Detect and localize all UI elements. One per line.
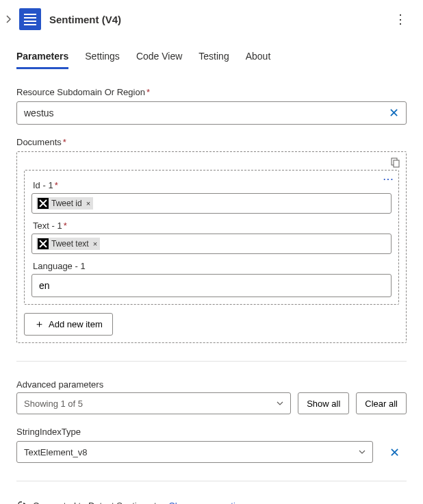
advanced-label: Advanced parameters bbox=[16, 379, 291, 390]
region-label: Resource Subdomain Or Region* bbox=[16, 87, 407, 97]
divider bbox=[16, 361, 407, 362]
link-icon bbox=[16, 499, 27, 504]
item-actions: ··· bbox=[383, 175, 394, 184]
tab-bar: Parameters Settings Code View Testing Ab… bbox=[16, 51, 407, 69]
clear-region-icon[interactable]: ✕ bbox=[382, 105, 406, 121]
required-asterisk: * bbox=[63, 137, 66, 147]
text-label: Text - 1* bbox=[31, 218, 392, 234]
required-asterisk: * bbox=[55, 180, 58, 190]
documents-box: ··· Id - 1* Tweet id × bbox=[16, 151, 407, 343]
divider bbox=[16, 481, 407, 481]
connector-icon bbox=[19, 8, 41, 30]
stringindextype-select[interactable]: TextElement_v8 bbox=[16, 441, 373, 463]
language-label-text: Language - 1 bbox=[33, 261, 86, 271]
remove-id-token-icon[interactable]: × bbox=[86, 199, 90, 207]
documents-label-text: Documents bbox=[16, 137, 62, 147]
connection-status: Connected to Detect Sentiment. bbox=[33, 501, 159, 504]
change-connection-link[interactable]: Change connection bbox=[168, 501, 245, 504]
switch-mode-icon[interactable] bbox=[390, 157, 401, 170]
id-token: Tweet id × bbox=[36, 197, 93, 210]
collapse-chevron-icon[interactable] bbox=[3, 14, 14, 25]
region-input[interactable] bbox=[17, 108, 382, 118]
twitter-icon bbox=[38, 198, 49, 209]
documents-wrap: ··· Id - 1* Tweet id × bbox=[16, 151, 407, 343]
panel: Sentiment (V4) ⋮ Parameters Settings Cod… bbox=[0, 0, 423, 504]
id-field[interactable]: Tweet id × bbox=[31, 193, 392, 214]
id-label-text: Id - 1 bbox=[33, 180, 53, 190]
text-field[interactable]: Tweet text × bbox=[31, 234, 392, 254]
tab-code-view[interactable]: Code View bbox=[136, 51, 182, 69]
region-input-wrap: ✕ bbox=[16, 101, 407, 125]
stringindextype-value: TextElement_v8 bbox=[24, 447, 88, 457]
panel-title: Sentiment (V4) bbox=[49, 14, 383, 25]
language-input[interactable] bbox=[31, 274, 392, 297]
tab-about[interactable]: About bbox=[246, 51, 271, 69]
svg-rect-1 bbox=[394, 160, 399, 167]
required-asterisk: * bbox=[64, 220, 67, 231]
twitter-icon bbox=[38, 238, 49, 249]
add-item-label: Add new item bbox=[49, 319, 103, 329]
region-label-text: Resource Subdomain Or Region bbox=[16, 87, 145, 97]
documents-label: Documents* bbox=[16, 137, 407, 147]
tab-settings[interactable]: Settings bbox=[85, 51, 120, 69]
chevron-down-icon bbox=[277, 399, 283, 409]
more-vertical-icon[interactable]: ⋮ bbox=[389, 9, 412, 29]
panel-content: Parameters Settings Code View Testing Ab… bbox=[0, 51, 423, 504]
advanced-selected-text: Showing 1 of 5 bbox=[24, 399, 83, 409]
stringindextype-label: StringIndexType bbox=[16, 427, 407, 437]
add-item-button[interactable]: ＋ Add new item bbox=[24, 313, 113, 336]
show-all-button[interactable]: Show all bbox=[298, 392, 349, 414]
clear-all-button[interactable]: Clear all bbox=[356, 392, 407, 414]
tab-parameters[interactable]: Parameters bbox=[16, 51, 68, 69]
text-token: Tweet text × bbox=[36, 238, 100, 250]
document-item: ··· Id - 1* Tweet id × bbox=[24, 170, 399, 305]
id-token-text: Tweet id bbox=[51, 199, 82, 208]
advanced-row: Advanced parameters Showing 1 of 5 Show … bbox=[16, 379, 407, 414]
advanced-select-wrap: Advanced parameters Showing 1 of 5 bbox=[16, 379, 291, 414]
clear-stringindextype-icon[interactable]: ✕ bbox=[383, 441, 407, 460]
text-label-text: Text - 1 bbox=[33, 220, 62, 231]
tab-testing[interactable]: Testing bbox=[198, 51, 229, 69]
id-label: Id - 1* bbox=[31, 177, 392, 193]
text-token-text: Tweet text bbox=[51, 239, 89, 249]
advanced-select[interactable]: Showing 1 of 5 bbox=[16, 392, 291, 414]
chevron-down-icon bbox=[359, 447, 366, 457]
panel-header: Sentiment (V4) ⋮ bbox=[0, 0, 423, 38]
stringindextype-row: TextElement_v8 ✕ bbox=[16, 441, 407, 463]
language-label: Language - 1 bbox=[31, 258, 392, 274]
remove-text-token-icon[interactable]: × bbox=[93, 240, 97, 248]
required-asterisk: * bbox=[146, 87, 150, 97]
item-more-icon[interactable]: ··· bbox=[383, 175, 394, 184]
plus-icon: ＋ bbox=[34, 318, 44, 331]
connection-row: Connected to Detect Sentiment. Change co… bbox=[16, 499, 407, 504]
